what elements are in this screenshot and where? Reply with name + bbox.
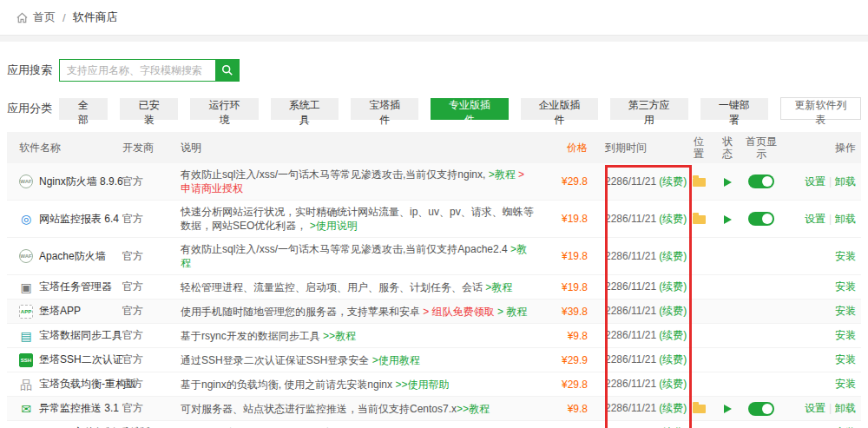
- expire-time: 2286/11/21(续费): [593, 352, 684, 367]
- play-icon[interactable]: [724, 405, 732, 413]
- folder-icon[interactable]: [693, 405, 706, 413]
- renew-link[interactable]: (续费): [659, 280, 687, 293]
- folder-icon[interactable]: [693, 178, 706, 187]
- expire-date: 2286/11/21: [605, 213, 656, 225]
- software-name-cell: APP 堡塔APP: [7, 304, 122, 319]
- price: ¥19.8: [545, 250, 593, 262]
- op-link-设置[interactable]: 设置: [805, 402, 825, 414]
- price: ¥19.8: [545, 281, 593, 293]
- app-icon: ✉: [19, 402, 33, 416]
- description-link[interactable]: > 组队免费领取: [423, 306, 494, 318]
- description-link[interactable]: >教程: [485, 281, 512, 293]
- renew-link[interactable]: (续费): [659, 175, 687, 188]
- update-software-list-button[interactable]: 更新软件列表: [780, 97, 861, 120]
- search-button[interactable]: [215, 59, 240, 82]
- op-link-安装[interactable]: 安装: [835, 250, 856, 262]
- op-link-卸载[interactable]: 卸载: [835, 213, 856, 225]
- operations-cell: 设置|卸载: [781, 401, 861, 416]
- renew-link[interactable]: (续费): [659, 329, 687, 341]
- folder-icon[interactable]: [693, 215, 706, 224]
- description-link[interactable]: >教程: [489, 168, 516, 181]
- category-tab-系统工具[interactable]: 系统工具: [271, 98, 339, 120]
- op-link-设置[interactable]: 设置: [805, 213, 825, 225]
- table-row: ✉ 异常监控推送 3.1 官方 可对服务器、站点状态进行监控推送，当前仅支持Ce…: [7, 397, 861, 421]
- description: 可对服务器、站点状态进行监控推送，当前仅支持Centos7.x>>教程: [181, 402, 545, 416]
- op-link-设置[interactable]: 设置: [805, 175, 825, 188]
- expire-date: 2286/11/21: [605, 353, 656, 365]
- software-name-cell: ▤ 宝塔数据同步工具: [7, 328, 122, 343]
- category-label: 应用分类: [7, 101, 59, 116]
- operations-cell: 安装: [781, 328, 861, 343]
- home-display-toggle[interactable]: [748, 402, 774, 416]
- renew-link[interactable]: (续费): [659, 402, 687, 414]
- home-icon[interactable]: [16, 11, 29, 24]
- software-name-cell: WAF Apache防火墙: [7, 249, 122, 264]
- category-tab-宝塔插件[interactable]: 宝塔插件: [351, 98, 418, 120]
- renew-link[interactable]: (续费): [659, 378, 687, 390]
- developer: 官方: [122, 401, 181, 416]
- position-cell: [684, 403, 713, 415]
- category-tab-专业版插件[interactable]: 专业版插件: [431, 98, 508, 120]
- category-tab-已安装[interactable]: 已安装: [120, 98, 178, 120]
- description-link[interactable]: >使用教程: [372, 354, 420, 366]
- table-row: APP 堡塔APP 官方 使用手机随时随地管理您的服务器，支持苹果和安卓 > 组…: [7, 300, 861, 324]
- operations-cell: 安装: [781, 377, 861, 392]
- renew-link[interactable]: (续费): [659, 250, 687, 262]
- op-link-安装[interactable]: 安装: [835, 280, 856, 293]
- category-tab-企业版插件[interactable]: 企业版插件: [521, 98, 598, 120]
- software-name: 网站监控报表 6.4: [39, 212, 119, 227]
- op-link-安装[interactable]: 安装: [835, 353, 856, 365]
- description: 基于nginx的负载均衡, 使用之前请先安装nginx >>使用帮助: [181, 378, 545, 392]
- software-name-cell: WAF Nginx防火墙 8.9.6: [7, 174, 122, 189]
- software-name: Apache防火墙: [39, 249, 106, 264]
- price: ¥39.8: [545, 306, 593, 318]
- category-tab-一键部署[interactable]: 一键部署: [700, 98, 768, 120]
- category-tab-运行环境[interactable]: 运行环境: [190, 98, 258, 120]
- app-icon: SSH: [19, 353, 33, 367]
- description-link[interactable]: >>使用帮助: [395, 379, 449, 391]
- description-link[interactable]: >>教程: [323, 330, 356, 342]
- op-link-卸载[interactable]: 卸载: [835, 402, 856, 414]
- description-link[interactable]: >使用说明: [310, 220, 358, 232]
- op-link-安装[interactable]: 安装: [835, 329, 856, 341]
- op-link-安装[interactable]: 安装: [835, 305, 856, 317]
- developer: 官方: [122, 249, 181, 264]
- search-input[interactable]: [59, 59, 215, 82]
- developer: 官方: [122, 280, 181, 294]
- table-row: SSH 堡塔SSH二次认证 官方 通过SSH登录二次认证保证SSH登录安全 >使…: [7, 348, 861, 372]
- expire-date: 2286/11/21: [605, 280, 656, 293]
- op-link-安装[interactable]: 安装: [835, 378, 856, 390]
- table-row: ⇅ MySQL主从复制(重构版) 官方 使用GTID方式轻松实现MySQL主从复…: [7, 421, 861, 428]
- category-tab-全部[interactable]: 全部: [59, 98, 108, 120]
- home-display-toggle[interactable]: [748, 174, 774, 188]
- price: ¥29.8: [545, 379, 593, 391]
- software-name: 宝塔任务管理器: [39, 280, 112, 294]
- software-table: 软件名称 开发商 说明 价格 到期时间 位置 状态 首页显示 操作 WAF Ng…: [7, 132, 861, 428]
- table-row: WAF Apache防火墙 官方 有效防止sql注入/xss/一句话木马等常见渗…: [7, 238, 861, 275]
- category-tab-第三方应用[interactable]: 第三方应用: [610, 98, 687, 120]
- expire-time: 2286/11/21(续费): [593, 212, 684, 227]
- home-display-toggle[interactable]: [748, 212, 774, 226]
- renew-link[interactable]: (续费): [659, 353, 687, 365]
- renew-link[interactable]: (续费): [659, 213, 687, 225]
- breadcrumb-home[interactable]: 首页: [33, 10, 56, 25]
- play-icon[interactable]: [724, 178, 732, 187]
- description: 通过SSH登录二次认证保证SSH登录安全 >使用教程: [181, 353, 545, 367]
- header-expire-time: 到期时间: [593, 141, 684, 155]
- table-row: ▣ 宝塔任务管理器 官方 轻松管理进程、流量监控、启动项、用户、服务、计划任务、…: [7, 275, 861, 300]
- op-link-卸载[interactable]: 卸载: [835, 175, 856, 188]
- app-icon: 品: [19, 378, 33, 392]
- table-row: ◎ 网站监控报表 6.4 官方 快速分析网站运行状况，实时精确统计网站流量、ip…: [7, 201, 861, 238]
- renew-link[interactable]: (续费): [659, 305, 687, 317]
- header-developer: 开发商: [122, 141, 181, 155]
- play-icon[interactable]: [724, 215, 732, 224]
- description-link[interactable]: > 教程: [497, 306, 527, 318]
- description: 快速分析网站运行状况，实时精确统计网站流量、ip、uv、pv、请求、蜘蛛等数据，…: [181, 205, 545, 233]
- operations-cell: 安装: [781, 280, 861, 294]
- description-link[interactable]: >>教程: [457, 403, 490, 415]
- home-display-cell: [741, 212, 781, 226]
- expire-date: 2286/11/21: [605, 175, 656, 188]
- description: 使用手机随时随地管理您的服务器，支持苹果和安卓 > 组队免费领取 > 教程: [181, 305, 545, 319]
- breadcrumb-separator: /: [62, 11, 66, 24]
- expire-time: 2286/11/21(续费): [593, 174, 684, 189]
